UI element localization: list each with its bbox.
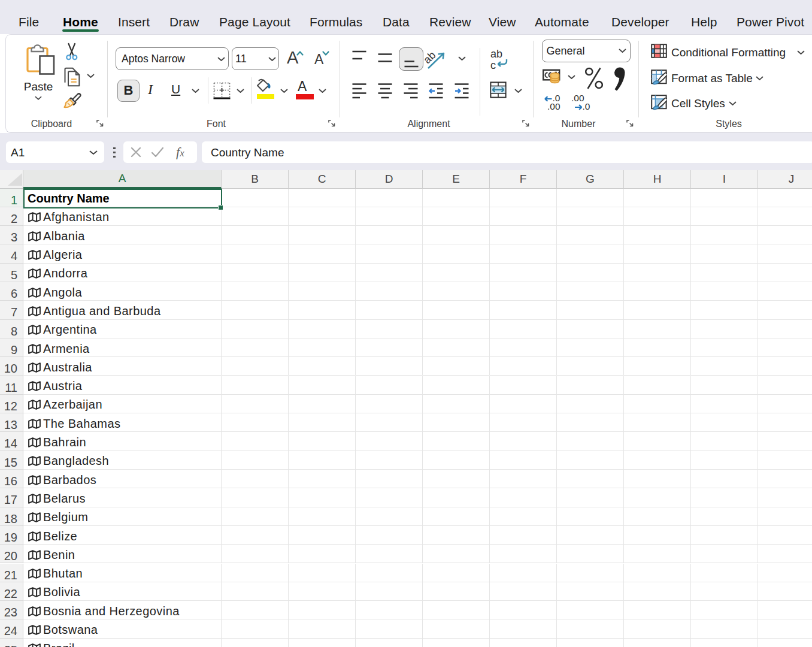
svg-text:ab: ab	[490, 49, 502, 60]
svg-text:c: c	[490, 59, 496, 71]
svg-text:.0: .0	[583, 101, 590, 111]
svg-text:.00: .00	[547, 101, 560, 111]
svg-text:ab: ab	[423, 49, 438, 66]
